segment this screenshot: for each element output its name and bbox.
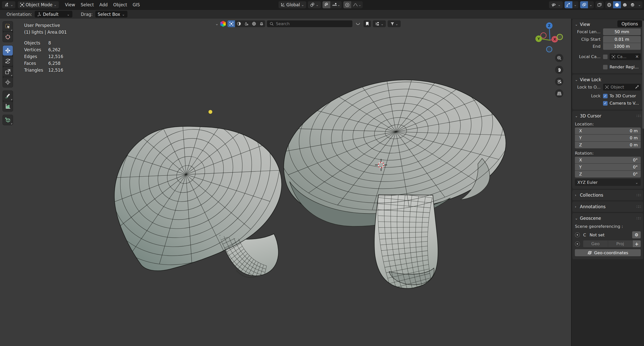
navigation-gizmo[interactable]: Z Y X — [532, 21, 568, 54]
shading-material-button[interactable] — [621, 1, 629, 8]
show-gizmo-toggle[interactable] — [565, 1, 572, 8]
coords-radio[interactable] — [575, 241, 580, 246]
transform-orientation-dropdown[interactable]: Global ⌄ — [279, 1, 306, 8]
panel-grip-icon[interactable]: ∷∷ — [636, 216, 641, 221]
search-input[interactable] — [276, 21, 350, 26]
crs-radio[interactable] — [575, 232, 580, 237]
tool-annotate[interactable] — [3, 91, 13, 101]
section-3d-cursor-title[interactable]: 3D Cursor — [580, 113, 601, 118]
gis-object-button[interactable] — [227, 20, 235, 27]
menu-object[interactable]: Object — [110, 1, 130, 8]
cursor-rotation-z[interactable]: Z0° — [575, 171, 641, 178]
chevron-right-icon[interactable]: › — [575, 205, 578, 209]
gis-collapse-chevron-icon[interactable]: ⌄ — [215, 22, 218, 26]
menu-view[interactable]: View — [62, 1, 78, 8]
section-geoscene-title[interactable]: Geoscene — [580, 216, 601, 221]
area-light-object[interactable] — [208, 110, 212, 114]
shading-wireframe-button[interactable] — [605, 1, 613, 8]
gis-web-geodata-button[interactable] — [250, 20, 258, 27]
drag-mode-dropdown[interactable]: Select Box ⌄ — [95, 11, 127, 18]
gis-basemap-button[interactable] — [235, 20, 243, 27]
overlays-options-dropdown[interactable]: ⌄ — [588, 1, 594, 8]
gizmo-axis-x-neg[interactable] — [557, 34, 563, 40]
gis-import-button[interactable] — [243, 20, 250, 27]
menu-select[interactable]: Select — [78, 1, 97, 8]
shading-rendered-button[interactable] — [629, 1, 636, 8]
add-crs-button[interactable]: + — [633, 240, 641, 247]
tool-measure[interactable] — [3, 101, 13, 111]
shading-options-dropdown[interactable]: ⌄ — [636, 1, 642, 8]
clip-end-field[interactable]: 1000 m — [603, 43, 641, 50]
chevron-down-icon[interactable]: ⌄ — [575, 114, 578, 118]
section-annotations-title[interactable]: Annotations — [580, 204, 606, 209]
tool-cursor[interactable] — [3, 32, 13, 42]
proportional-falloff-dropdown[interactable]: ⌄ — [351, 1, 363, 8]
clip-start-field[interactable]: 0.01 m — [603, 36, 641, 43]
geo-button[interactable]: Geo — [583, 240, 608, 247]
panel-grip-icon[interactable]: ∷∷ — [636, 193, 641, 197]
mushroom-left-mesh[interactable] — [114, 126, 282, 277]
outliner-dropdown[interactable]: ⌄ — [373, 20, 386, 27]
menu-gis[interactable]: GIS — [130, 1, 143, 8]
show-overlays-toggle[interactable] — [580, 1, 588, 8]
gis-camera-button[interactable] — [258, 20, 265, 27]
bookmark-button[interactable] — [363, 20, 371, 27]
rotation-order-dropdown[interactable]: XYZ Euler ⌄ — [575, 179, 641, 186]
panel-grip-icon[interactable]: ∷∷ — [636, 114, 641, 118]
cursor-location-y[interactable]: Y0 m — [575, 135, 641, 141]
visibility-dropdown[interactable]: ⌄ — [549, 1, 563, 8]
proportional-edit-toggle[interactable] — [343, 1, 351, 8]
pivot-point-dropdown[interactable]: ⌄ — [308, 1, 321, 8]
local-camera-object-field[interactable]: Ca... ✕ — [610, 53, 641, 60]
close-icon[interactable]: ✕ — [635, 54, 639, 59]
crs-settings-button[interactable]: ⚙ — [632, 231, 641, 238]
snap-toggle-button[interactable] — [323, 1, 330, 8]
orientation-default-dropdown[interactable]: Default ⌄ — [35, 11, 72, 18]
snap-with-dropdown[interactable]: ⌄ — [330, 1, 342, 8]
perspective-toggle-button[interactable] — [555, 89, 563, 98]
mode-selector[interactable]: Object Mode ⌄ — [18, 1, 59, 8]
zoom-button[interactable] — [555, 54, 563, 62]
chevron-down-icon[interactable]: ⌄ — [575, 78, 578, 82]
tool-move[interactable] — [3, 46, 13, 56]
pan-button[interactable] — [555, 66, 563, 74]
gizmo-axis-z-neg[interactable] — [546, 47, 552, 52]
eyedropper-icon[interactable] — [635, 85, 639, 89]
lock-to-object-field[interactable]: Object — [603, 84, 641, 91]
editor-type-button[interactable]: ⌄ — [2, 1, 15, 8]
tool-transform[interactable] — [3, 77, 13, 87]
gizmo-options-dropdown[interactable]: ⌄ — [572, 1, 578, 8]
section-view-lock-title[interactable]: View Lock — [580, 77, 601, 82]
section-view-title[interactable]: View — [580, 22, 590, 27]
xray-toggle[interactable] — [595, 1, 604, 8]
cursor-location-z[interactable]: Z0 m — [575, 142, 641, 148]
shading-solid-button[interactable] — [613, 1, 621, 8]
section-collections-title[interactable]: Collections — [580, 193, 603, 198]
tool-select-box[interactable] — [3, 21, 13, 31]
tool-rotate[interactable] — [3, 56, 13, 66]
proj-button[interactable]: Proj — [608, 240, 633, 247]
options-button[interactable]: Options — [617, 20, 642, 27]
lock-to-3d-cursor-checkbox[interactable]: ✓ — [603, 94, 608, 98]
cursor-location-x[interactable]: X0 m — [575, 127, 641, 134]
render-region-checkbox[interactable] — [603, 65, 608, 69]
curve-profile-button[interactable] — [354, 20, 362, 27]
panel-scrollbar[interactable] — [642, 21, 644, 129]
panel-grip-icon[interactable]: ∷∷ — [636, 204, 641, 209]
filter-dropdown[interactable]: ⌄ — [388, 20, 401, 27]
menu-add[interactable]: Add — [97, 1, 110, 8]
tool-add-primitive[interactable] — [3, 115, 13, 125]
mushroom-right-mesh[interactable] — [284, 80, 506, 288]
3d-viewport[interactable]: User Perspective (1) lights | Area.001 O… — [0, 19, 571, 346]
cursor-rotation-y[interactable]: Y0° — [575, 164, 641, 170]
tool-scale[interactable] — [3, 67, 13, 77]
search-box[interactable] — [267, 20, 352, 27]
local-camera-checkbox[interactable] — [603, 55, 608, 59]
geo-coordinates-button[interactable]: Geo-coordinates — [575, 249, 641, 256]
camera-to-view-checkbox[interactable]: ✓ — [603, 101, 608, 106]
focal-length-field[interactable]: 50 mm — [603, 28, 641, 35]
chevron-down-icon[interactable]: ⌄ — [575, 22, 578, 26]
chevron-right-icon[interactable]: › — [575, 193, 578, 197]
cursor-rotation-x[interactable]: X0° — [575, 157, 641, 163]
camera-view-button[interactable] — [555, 77, 563, 86]
